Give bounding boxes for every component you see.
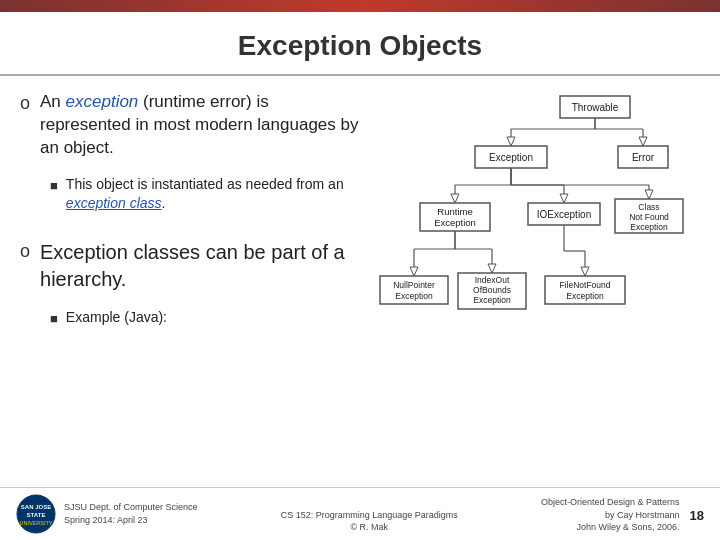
sub-bullet-1-marker: ■ xyxy=(50,178,58,193)
svg-marker-44 xyxy=(645,190,653,199)
svg-text:Exception: Exception xyxy=(489,152,533,163)
svg-text:Exception: Exception xyxy=(566,291,604,301)
diagram-column: Throwable Exception Error Runtime Except… xyxy=(360,86,700,483)
sjsu-logo: SAN JOSE STATE UNIVERSITY xyxy=(16,494,56,534)
bullet-1: o An exception (runtime error) is repres… xyxy=(20,91,360,160)
footer-center-line1: CS 152: Programming Language Paradigms xyxy=(281,509,458,522)
svg-rect-11 xyxy=(615,199,683,233)
bullet-1-marker: o xyxy=(20,93,30,114)
sub-bullet-2-text: Example (Java): xyxy=(66,308,167,327)
footer-right: Object-Oriented Design & Patterns by Cay… xyxy=(541,496,680,534)
svg-marker-52 xyxy=(488,264,496,273)
svg-text:UNIVERSITY: UNIVERSITY xyxy=(19,520,52,526)
exception-class-highlight: exception class xyxy=(66,195,162,211)
svg-text:SAN JOSE: SAN JOSE xyxy=(21,504,51,510)
sub-bullet-1: ■ This object is instantiated as needed … xyxy=(50,175,360,213)
top-bar xyxy=(0,0,720,12)
sub-bullet-1-text: This object is instantiated as needed fr… xyxy=(66,175,360,213)
footer-left: SAN JOSE STATE UNIVERSITY SJSU Dept. of … xyxy=(16,494,198,534)
bullet-2: o Exception classes can be part of a hie… xyxy=(20,239,360,293)
footer-text: SJSU Dept. of Computer Science Spring 20… xyxy=(64,501,198,526)
svg-text:Class: Class xyxy=(638,202,659,212)
text-column: o An exception (runtime error) is repres… xyxy=(20,86,360,483)
bullet-2-marker: o xyxy=(20,241,30,262)
svg-rect-4 xyxy=(618,146,668,168)
svg-marker-56 xyxy=(581,267,589,276)
uml-svg: Throwable Exception Error Runtime Except… xyxy=(370,91,690,431)
sub-bullet-2-marker: ■ xyxy=(50,311,58,326)
footer-right-line3: John Wiley & Sons, 2006. xyxy=(541,521,680,534)
footer-center: CS 152: Programming Language Paradigms ©… xyxy=(281,509,458,534)
svg-marker-36 xyxy=(451,194,459,203)
svg-marker-32 xyxy=(639,137,647,146)
svg-text:Throwable: Throwable xyxy=(572,102,619,113)
svg-text:Runtime: Runtime xyxy=(437,206,472,217)
svg-text:Exception: Exception xyxy=(434,217,476,228)
footer: SAN JOSE STATE UNIVERSITY SJSU Dept. of … xyxy=(0,487,720,540)
page-number: 18 xyxy=(690,508,704,523)
svg-text:Exception: Exception xyxy=(630,222,668,232)
exception-highlight-1: exception xyxy=(66,92,139,111)
sub-bullet-2: ■ Example (Java): xyxy=(50,308,360,327)
bullet-1-text: An exception (runtime error) is represen… xyxy=(40,91,360,160)
svg-rect-0 xyxy=(560,96,630,118)
svg-rect-9 xyxy=(528,203,600,225)
slide-title: Exception Objects xyxy=(0,12,720,76)
svg-rect-6 xyxy=(420,203,490,231)
svg-rect-2 xyxy=(475,146,547,168)
footer-left-line1: SJSU Dept. of Computer Science xyxy=(64,501,198,514)
uml-diagram: Throwable Exception Error Runtime Except… xyxy=(370,91,690,431)
svg-marker-48 xyxy=(410,267,418,276)
svg-rect-22 xyxy=(545,276,625,304)
slide: Exception Objects o An exception (runtim… xyxy=(0,12,720,540)
svg-marker-28 xyxy=(507,137,515,146)
svg-marker-40 xyxy=(560,194,568,203)
svg-rect-18 xyxy=(458,273,526,309)
svg-text:IOException: IOException xyxy=(537,209,591,220)
footer-center-line2: © R. Mak xyxy=(281,521,458,534)
bullet-2-text: Exception classes can be part of a hiera… xyxy=(40,239,360,293)
footer-right-group: Object-Oriented Design & Patterns by Cay… xyxy=(541,496,704,534)
svg-rect-15 xyxy=(380,276,448,304)
footer-left-line2: Spring 2014: April 23 xyxy=(64,514,198,527)
svg-text:Not Found: Not Found xyxy=(629,212,669,222)
svg-text:Exception: Exception xyxy=(395,291,433,301)
footer-right-line1: Object-Oriented Design & Patterns xyxy=(541,496,680,509)
svg-text:Exception: Exception xyxy=(473,295,511,305)
svg-text:Error: Error xyxy=(632,152,655,163)
svg-text:OfBounds: OfBounds xyxy=(473,285,511,295)
svg-text:IndexOut: IndexOut xyxy=(475,275,510,285)
svg-text:NullPointer: NullPointer xyxy=(393,280,435,290)
svg-text:FileNotFound: FileNotFound xyxy=(559,280,610,290)
slide-content: o An exception (runtime error) is repres… xyxy=(0,86,720,483)
footer-right-line2: by Cay Horstmann xyxy=(541,509,680,522)
svg-text:STATE: STATE xyxy=(27,512,46,518)
